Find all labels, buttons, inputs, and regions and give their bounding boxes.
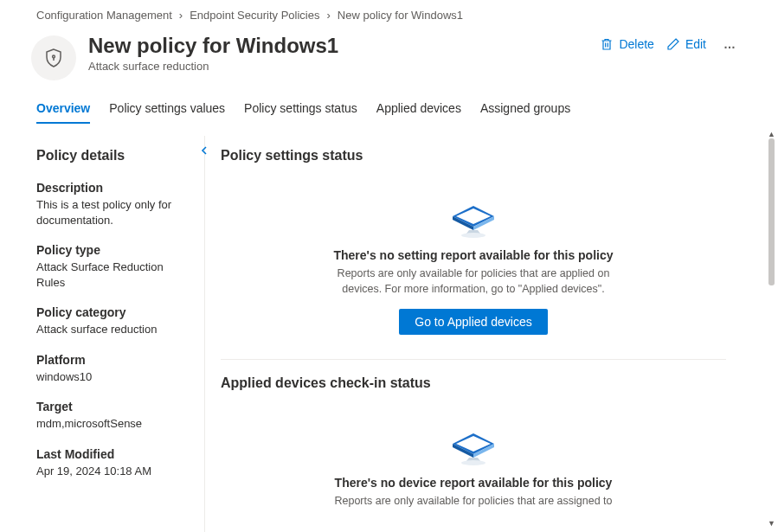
settings-empty-desc: Reports are only available for policies … — [326, 266, 620, 297]
policy-type-label: Policy type — [36, 243, 187, 257]
checkin-status-empty-state: There's no device report available for t… — [326, 422, 620, 510]
panel-title: Policy details — [36, 148, 187, 163]
go-to-applied-devices-button[interactable]: Go to Applied devices — [399, 309, 547, 335]
page-header: New policy for Windows1 Attack surface r… — [0, 22, 778, 80]
target-label: Target — [36, 400, 187, 413]
description-value: This is a test policy only for documenta… — [36, 197, 187, 228]
delete-label: Delete — [619, 37, 653, 51]
last-modified-label: Last Modified — [36, 447, 187, 461]
platform-value: windows10 — [36, 369, 187, 385]
page-title: New policy for Windows1 — [88, 34, 588, 58]
last-modified-value: Apr 19, 2024 10:18 AM — [36, 464, 187, 479]
svg-point-6 — [461, 233, 485, 238]
settings-empty-title: There's no setting report available for … — [326, 248, 620, 262]
checkin-status-heading: Applied devices check-in status — [221, 375, 726, 391]
policy-shield-icon — [31, 35, 76, 80]
policy-category-label: Policy category — [36, 305, 187, 319]
edit-label: Edit — [685, 37, 706, 51]
tab-assigned-groups[interactable]: Assigned groups — [480, 101, 570, 124]
settings-status-heading: Policy settings status — [221, 148, 726, 163]
policy-details-panel: Policy details Description This is a tes… — [0, 136, 204, 532]
tab-applied-devices[interactable]: Applied devices — [376, 101, 461, 124]
tab-overview[interactable]: Overview — [36, 101, 90, 124]
edit-button[interactable]: Edit — [666, 37, 706, 51]
settings-status-empty-state: There's no setting report available for … — [326, 195, 620, 335]
chevron-right-icon: › — [179, 9, 183, 22]
platform-label: Platform — [36, 353, 187, 367]
tab-settings-values[interactable]: Policy settings values — [109, 101, 225, 124]
breadcrumb-config-mgmt[interactable]: Configuration Management — [36, 9, 172, 22]
breadcrumb-endpoint-policies[interactable]: Endpoint Security Policies — [190, 9, 319, 22]
scroll-thumb[interactable] — [768, 138, 775, 285]
tab-settings-status[interactable]: Policy settings status — [244, 101, 357, 124]
more-actions-button[interactable]: … — [718, 37, 742, 51]
page-subtitle: Attack surface reduction — [88, 60, 588, 73]
breadcrumb: Configuration Management › Endpoint Secu… — [0, 0, 778, 22]
delete-button[interactable]: Delete — [600, 37, 653, 51]
breadcrumb-current: New policy for Windows1 — [338, 9, 463, 22]
checkin-empty-desc: Reports are only available for policies … — [326, 494, 620, 510]
svg-point-0 — [53, 55, 55, 58]
policy-type-value: Attack Surface Reduction Rules — [36, 260, 187, 290]
monitor-icon — [446, 422, 501, 467]
description-label: Description — [36, 181, 187, 195]
scroll-down-arrow[interactable]: ▼ — [768, 519, 775, 528]
svg-point-12 — [461, 460, 485, 465]
policy-category-value: Attack surface reduction — [36, 322, 187, 337]
section-divider — [221, 359, 726, 360]
checkin-empty-title: There's no device report available for t… — [326, 476, 620, 490]
scrollbar[interactable] — [768, 138, 775, 519]
target-value: mdm,microsoftSense — [36, 416, 187, 432]
scroll-up-arrow[interactable]: ▲ — [768, 130, 775, 138]
chevron-right-icon: › — [326, 9, 330, 22]
main-content: Policy settings status There's no settin… — [205, 136, 778, 532]
monitor-icon — [446, 195, 501, 240]
tab-bar: Overview Policy settings values Policy s… — [0, 80, 778, 124]
